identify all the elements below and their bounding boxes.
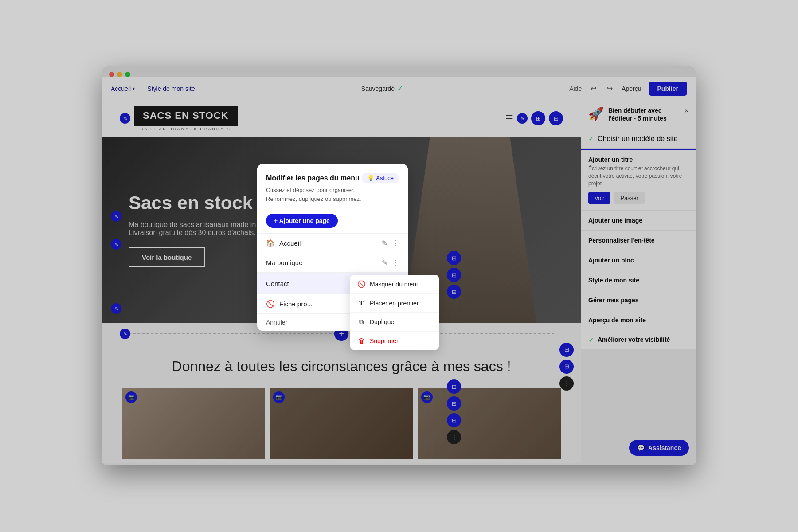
canvas-icon-3[interactable]: ⊞ bbox=[447, 285, 461, 299]
menu-modal-desc: Glissez et déposez pour organiser. Renom… bbox=[266, 186, 399, 203]
menu-page-left-2: Ma boutique bbox=[266, 259, 303, 266]
canvas-icon-2[interactable]: ⊞ bbox=[447, 268, 461, 282]
menu-page-left-4: 🚫 Fiche pro... bbox=[266, 300, 313, 308]
panel-section-add-image[interactable]: Ajouter une image bbox=[581, 211, 696, 231]
image-2-camera-icon[interactable]: 📷 bbox=[273, 391, 285, 403]
image-card-1: 📷 bbox=[122, 388, 265, 459]
canvas-icon-6[interactable]: ⊞ bbox=[447, 413, 461, 427]
traffic-light-yellow[interactable] bbox=[117, 72, 122, 77]
ctx-menu-item-masquer[interactable]: 🚫 Masquer du menu bbox=[350, 275, 439, 294]
image-card-3: 📷 bbox=[418, 388, 561, 459]
traffic-light-red[interactable] bbox=[109, 72, 114, 77]
page-more-button-1[interactable]: ⋮ bbox=[392, 239, 399, 247]
canvas-icon-4[interactable]: ⊞ bbox=[447, 379, 461, 394]
bulb-icon: 💡 bbox=[367, 175, 374, 181]
canvas-icon-5[interactable]: ⊞ bbox=[447, 396, 461, 411]
page-edit-button-1[interactable]: ✎ bbox=[382, 239, 387, 247]
panel-passer-button[interactable]: Passer bbox=[614, 192, 644, 204]
panel-section-header[interactable]: Personnaliser l'en-tête bbox=[581, 231, 696, 250]
home-page-icon: 🏠 bbox=[266, 239, 275, 247]
page-edit-button-2[interactable]: ✎ bbox=[382, 258, 387, 267]
panel-section-title-2: Ajouter une image bbox=[588, 217, 689, 224]
section-icon-3[interactable]: ⋮ bbox=[559, 376, 574, 391]
panel-header: 🚀 Bien débuter avec l'éditeur - 5 minute… bbox=[581, 100, 696, 129]
traffic-light-green[interactable] bbox=[125, 72, 130, 77]
nav-home[interactable]: Accueil ▾ bbox=[111, 85, 135, 92]
hamburger-icon: ☰ bbox=[505, 113, 513, 124]
site-logo: SACS EN STOCK bbox=[134, 106, 238, 126]
panel-title: Bien débuter avec l'éditeur - 5 minutes bbox=[608, 106, 684, 122]
toolbar-left: Accueil ▾ | Style de mon site bbox=[111, 85, 195, 93]
panel-section-visibility[interactable]: ✓ Améliorer votre visibilité bbox=[581, 330, 696, 350]
ctx-menu-item-placer[interactable]: T Placer en premier bbox=[350, 294, 439, 313]
section-icon-2[interactable]: ⊞ bbox=[559, 360, 574, 374]
browser-window: Accueil ▾ | Style de mon site Sauvegardé… bbox=[102, 66, 696, 466]
panel-section-btns-1: Voir Passer bbox=[588, 192, 689, 204]
help-link[interactable]: Aide bbox=[569, 85, 582, 92]
section-edit-icon[interactable]: ✎ bbox=[120, 329, 130, 339]
eye-off-icon: 🚫 bbox=[266, 300, 275, 308]
section-right-icons: ⊞ ⊞ ⋮ bbox=[559, 343, 574, 391]
hero-title: Sacs en stock bbox=[129, 192, 278, 214]
panel-section-title-7: Aperçu de mon site bbox=[588, 317, 689, 324]
publish-button[interactable]: Publier bbox=[649, 82, 687, 96]
panel-section-style[interactable]: Style de mon site bbox=[581, 270, 696, 290]
menu-modal-header: Modifier les pages du menu 💡 Astuce Glis… bbox=[257, 164, 408, 208]
astuce-badge[interactable]: 💡 Astuce bbox=[362, 173, 399, 183]
menu-page-left-1: 🏠 Accueil bbox=[266, 239, 301, 247]
ctx-menu-item-supprimer[interactable]: 🗑 Supprimer bbox=[350, 332, 439, 350]
panel-voir-button[interactable]: Voir bbox=[588, 192, 610, 204]
rocket-icon: 🚀 bbox=[588, 106, 604, 121]
canvas-floating-icons-2: ⊞ ⊞ ⊞ ⋮ bbox=[447, 379, 461, 444]
add-page-button[interactable]: + Ajouter une page bbox=[266, 214, 338, 228]
site-header: ✎ SACS EN STOCK SACS ARTISANAUX FRANÇAIS… bbox=[102, 100, 581, 137]
preview-button[interactable]: Aperçu bbox=[622, 85, 641, 92]
text-section: Donnez à toutes les circonstances grâce … bbox=[102, 345, 581, 388]
visibility-check-icon: ✓ bbox=[588, 336, 594, 344]
section-icon-1[interactable]: ⊞ bbox=[559, 343, 574, 357]
check-icon: ✓ bbox=[588, 134, 594, 143]
menu-modal-title-row: Modifier les pages du menu 💡 Astuce bbox=[266, 173, 399, 183]
panel-section-title-3: Personnaliser l'en-tête bbox=[588, 237, 689, 244]
site-logo-container: SACS EN STOCK SACS ARTISANAUX FRANÇAIS bbox=[134, 106, 238, 131]
panel-section-pages[interactable]: Gérer mes pages bbox=[581, 290, 696, 310]
site-logo-area: ✎ SACS EN STOCK SACS ARTISANAUX FRANÇAIS bbox=[120, 106, 238, 131]
checklist-item-label: Choisir un modèle de site bbox=[598, 135, 678, 143]
hero-cta-button[interactable]: Voir la boutique bbox=[129, 247, 205, 267]
panel-section-preview[interactable]: Aperçu de mon site bbox=[581, 310, 696, 330]
page-name-boutique: Ma boutique bbox=[266, 259, 303, 266]
hero-btn-edit-icon[interactable]: ✎ bbox=[111, 303, 121, 314]
site-nav-icons: ☰ ✎ ⊞ ⊞ bbox=[505, 111, 563, 125]
traffic-lights bbox=[109, 72, 130, 77]
panel-section-desc-1: Écrivez un titre court et accrocheur qui… bbox=[588, 165, 689, 187]
nav-icon-2[interactable]: ⊞ bbox=[549, 111, 563, 125]
undo-button[interactable]: ↩ bbox=[589, 82, 598, 94]
header-edit-icon[interactable]: ✎ bbox=[517, 113, 528, 124]
canvas-icon-7[interactable]: ⋮ bbox=[447, 430, 461, 444]
image-card-2: 📷 bbox=[270, 388, 413, 459]
canvas-icon-1[interactable]: ⊞ bbox=[447, 251, 461, 265]
menu-page-item-boutique: Ma boutique ✎ ⋮ bbox=[257, 253, 408, 272]
nav-icon-1[interactable]: ⊞ bbox=[531, 111, 545, 125]
ctx-menu-item-dupliquer[interactable]: ⧉ Dupliquer bbox=[350, 313, 439, 332]
logo-edit-icon[interactable]: ✎ bbox=[120, 113, 130, 124]
checklist-item-completed[interactable]: ✓ Choisir un modèle de site bbox=[581, 129, 696, 149]
page-name-contact: Contact bbox=[266, 280, 289, 287]
menu-page-item-accueil: 🏠 Accueil ✎ ⋮ bbox=[257, 233, 408, 253]
assistance-button[interactable]: 💬 Assistance bbox=[629, 440, 689, 456]
redo-button[interactable]: ↪ bbox=[605, 82, 614, 94]
eye-slash-icon: 🚫 bbox=[357, 280, 365, 288]
browser-chrome bbox=[102, 66, 696, 77]
toolbar-separator: | bbox=[140, 85, 142, 93]
page-more-button-2[interactable]: ⋮ bbox=[392, 258, 399, 267]
image-3-camera-icon[interactable]: 📷 bbox=[421, 391, 433, 403]
chevron-down-icon: ▾ bbox=[133, 86, 135, 91]
menu-page-actions-2: ✎ ⋮ bbox=[382, 258, 399, 267]
editor-toolbar: Accueil ▾ | Style de mon site Sauvegardé… bbox=[102, 77, 696, 100]
image-1-camera-icon[interactable]: 📷 bbox=[125, 391, 137, 403]
assistance-chat-icon: 💬 bbox=[637, 444, 645, 451]
panel-section-add-block[interactable]: Ajouter un bloc bbox=[581, 250, 696, 270]
panel-section-add-title[interactable]: Ajouter un titre Écrivez un titre court … bbox=[581, 150, 696, 210]
panel-close-button[interactable]: × bbox=[684, 106, 689, 116]
nav-style[interactable]: Style de mon site bbox=[147, 85, 195, 92]
